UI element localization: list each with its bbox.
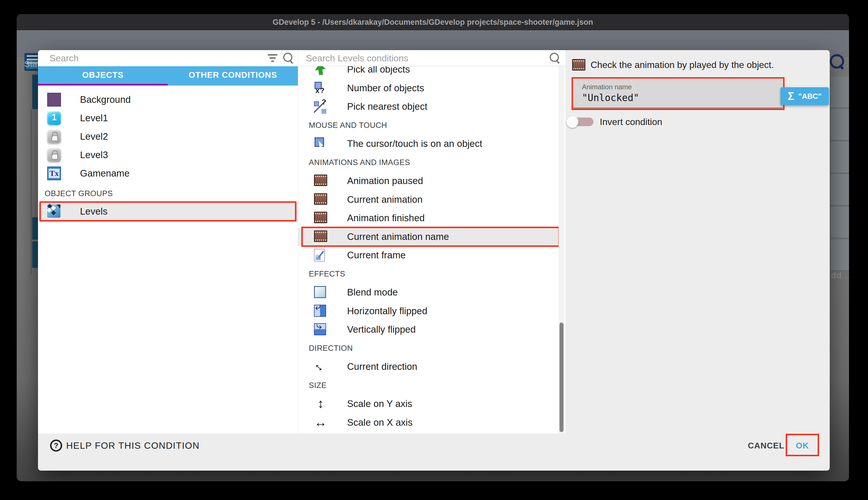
object-group-item[interactable]: Levels	[38, 202, 298, 220]
row-label: The cursor/touch is on an object	[347, 135, 482, 153]
condition-list-item[interactable]: The cursor/touch is on an object	[298, 135, 559, 153]
condition-list-item[interactable]: Scale on X axis	[298, 413, 559, 432]
animation-name-label: Animation name	[582, 83, 632, 91]
condition-description: Check the animation by played by the obj…	[590, 60, 774, 70]
background-event-block	[32, 241, 38, 268]
titlebar: GDevelop 5 - /Users/dkarakay/Documents/G…	[17, 14, 849, 30]
scale-y-icon	[314, 397, 327, 411]
expression-builder-button[interactable]: Σ "ABC"	[781, 87, 829, 105]
app-window: GDevelop 5 - /Users/dkarakay/Documents/G…	[17, 14, 849, 481]
condition-section-header: DIRECTION	[309, 344, 353, 353]
animation-name-value: "Unlocked"	[582, 92, 639, 103]
object-list-item[interactable]: Level1	[38, 109, 298, 127]
condition-list-item[interactable]: Horizontally flipped	[298, 302, 559, 320]
conditions-scrollbar-thumb[interactable]	[560, 322, 563, 432]
row-label: Levels	[80, 202, 107, 220]
condition-list-item[interactable]: Blend mode	[298, 283, 559, 302]
conditions-search-input[interactable]	[306, 52, 519, 65]
tab-objects[interactable]: OBJECTS	[38, 66, 168, 84]
object-list-item[interactable]: Level2	[38, 127, 298, 146]
row-label: Current direction	[347, 357, 417, 376]
row-label: Animation finished	[347, 209, 425, 227]
row-label: Blend mode	[347, 283, 398, 302]
row-label: Animation paused	[347, 172, 423, 190]
condition-list-item[interactable]: Pick all objects	[298, 66, 559, 79]
background-event-block	[32, 217, 38, 240]
conditions-search-icon[interactable]	[550, 53, 561, 64]
help-link[interactable]: HELP FOR THIS CONDITION	[66, 440, 200, 452]
filter-icon[interactable]	[268, 54, 278, 63]
row-label: Number of objects	[347, 79, 424, 97]
abc-label: "ABC"	[798, 92, 822, 101]
object-list-item[interactable]: Level3	[38, 146, 298, 164]
animation-name-field[interactable]: Animation name "Unlocked"	[573, 79, 783, 108]
object-list-item[interactable]: Background	[38, 90, 298, 109]
background-event-row	[831, 239, 849, 271]
level-locked-icon	[47, 129, 61, 144]
condition-list-item[interactable]: Number of objects	[298, 79, 559, 97]
film-icon	[314, 193, 327, 205]
condition-editor-dialog: OBJECTS OTHER CONDITIONS BackgroundLevel…	[38, 50, 830, 470]
row-label: Current animation	[347, 190, 422, 209]
row-label: Background	[80, 90, 131, 109]
condition-list-item[interactable]: Pick nearest object	[298, 97, 559, 116]
condition-section-header: SIZE	[309, 381, 327, 390]
condition-section-header: ANIMATIONS AND IMAGES	[309, 158, 410, 167]
frame-icon	[314, 249, 325, 262]
background-tree-line	[31, 109, 32, 275]
background-event-block	[32, 75, 38, 109]
condition-list-item[interactable]: Vertically flipped	[298, 320, 559, 339]
blend-icon	[314, 286, 326, 298]
object-list-item[interactable]: Gamename	[38, 164, 298, 183]
vflip-icon	[314, 323, 326, 335]
background-event-row	[831, 142, 849, 173]
row-label: Scale on X axis	[347, 413, 412, 432]
row-label: Pick all objects	[347, 66, 410, 79]
tab-other-conditions[interactable]: OTHER CONDITIONS	[168, 66, 298, 84]
row-label: Current animation name	[347, 228, 449, 246]
search-icon[interactable]	[829, 53, 845, 70]
film-icon	[314, 230, 327, 242]
background-event-row	[831, 174, 849, 206]
row-label: Gamename	[80, 164, 129, 183]
row-label: Pick nearest object	[347, 97, 427, 116]
number-icon	[314, 82, 327, 95]
condition-list-item[interactable]: Current frame	[298, 246, 559, 264]
scale-x-icon	[314, 416, 327, 430]
invert-condition-label: Invert condition	[600, 116, 662, 128]
background-truncated-text: dd...	[831, 271, 849, 280]
ok-button[interactable]: OK	[788, 437, 817, 454]
left-panel-tabbar: OBJECTS OTHER CONDITIONS	[38, 66, 298, 86]
objects-search-icon[interactable]	[283, 53, 295, 64]
condition-list-item[interactable]: Animation finished	[298, 209, 559, 227]
condition-section-header: MOUSE AND TOUCH	[309, 121, 387, 130]
condition-list-item[interactable]: Current animation	[298, 190, 559, 209]
level-locked-icon	[47, 148, 61, 162]
nearest-icon	[314, 100, 326, 113]
condition-section-header: EFFECTS	[309, 270, 345, 279]
objects-search-input[interactable]	[49, 52, 257, 65]
row-label: Level3	[80, 146, 108, 164]
background-event-row	[831, 207, 849, 238]
cursor-icon	[314, 137, 327, 151]
square-purple-icon	[47, 93, 61, 106]
film-icon	[572, 59, 585, 70]
objects-list: BackgroundLevel1Level2Level3GamenameOBJE…	[38, 86, 298, 433]
invert-condition-toggle-knob[interactable]	[566, 116, 578, 128]
cancel-button[interactable]: CANCEL	[743, 437, 789, 454]
condition-list-item[interactable]: Current animation name	[298, 228, 559, 246]
level-one-icon	[47, 111, 61, 125]
condition-list-item[interactable]: Current direction	[298, 357, 559, 376]
help-icon[interactable]	[50, 440, 62, 452]
background-event-rows	[831, 77, 849, 272]
text-object-icon	[47, 167, 61, 180]
sigma-icon: Σ	[788, 90, 794, 103]
group-levels-icon	[47, 204, 60, 218]
background-event-row	[831, 109, 849, 141]
condition-list-item[interactable]: Animation paused	[298, 172, 559, 190]
row-label: Horizontally flipped	[347, 302, 427, 320]
pick-all-icon	[313, 66, 328, 77]
hflip-icon	[314, 305, 326, 317]
condition-list-item[interactable]: Scale on Y axis	[298, 395, 559, 413]
direction-icon	[314, 360, 327, 374]
